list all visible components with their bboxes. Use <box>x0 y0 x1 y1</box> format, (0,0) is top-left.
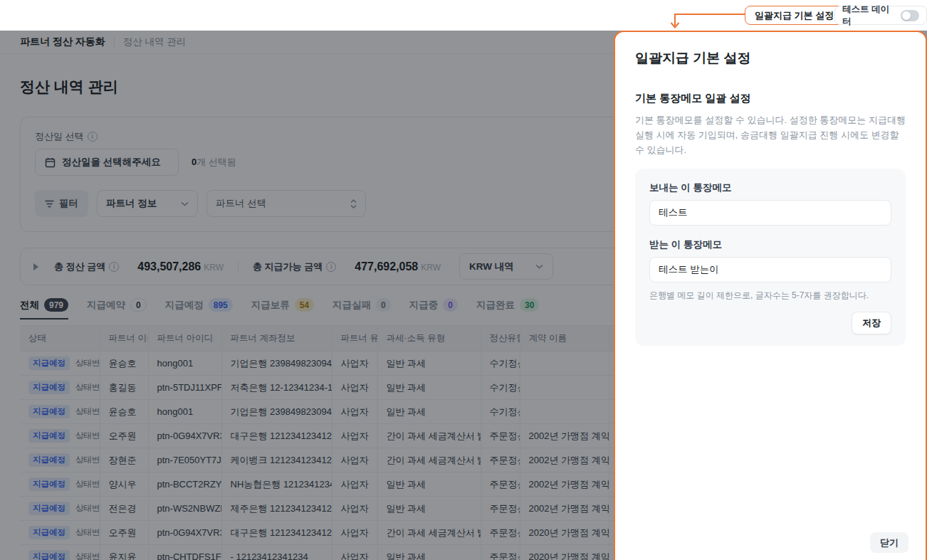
sender-memo-label: 보내는 이 통장메모 <box>649 181 891 194</box>
toggle-knob <box>902 11 911 20</box>
connector-arrow-icon <box>670 22 680 28</box>
close-button[interactable]: 닫기 <box>870 532 908 553</box>
sender-memo-input[interactable] <box>649 200 891 226</box>
receiver-memo-input[interactable] <box>649 257 891 282</box>
test-data-toggle-box: 테스트 데이터 <box>834 6 927 25</box>
connector-line-horizontal <box>675 14 745 15</box>
bulk-payment-settings-button[interactable]: 일괄지급 기본 설정 <box>745 6 844 25</box>
test-data-toggle[interactable] <box>901 10 919 21</box>
memo-length-note: 은행별 메모 길이 제한으로, 글자수는 5-7자를 권장합니다. <box>649 290 891 302</box>
drawer-section-title: 기본 통장메모 일괄 설정 <box>635 92 906 105</box>
save-button[interactable]: 저장 <box>852 312 891 334</box>
memo-settings-panel: 보내는 이 통장메모 받는 이 통장메모 은행별 메모 길이 제한으로, 글자수… <box>635 169 906 346</box>
drawer-description: 기본 통장메모를 설정할 수 있습니다. 설정한 통장메모는 지급대행 실행 시… <box>635 112 906 157</box>
test-data-label: 테스트 데이터 <box>842 4 895 28</box>
receiver-memo-label: 받는 이 통장메모 <box>649 238 891 251</box>
drawer-title: 일괄지급 기본 설정 <box>635 49 906 68</box>
screen: 파트너 정산 자동화 정산 내역 관리 정산 내역 관리 정산일 선택 i <box>0 0 927 560</box>
bulk-payment-settings-drawer: 일괄지급 기본 설정 기본 통장메모 일괄 설정 기본 통장메모를 설정할 수 … <box>614 31 927 560</box>
